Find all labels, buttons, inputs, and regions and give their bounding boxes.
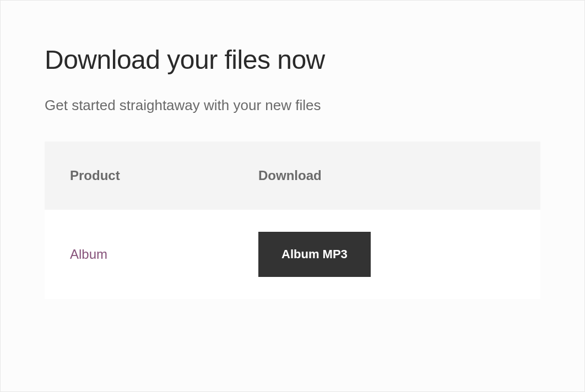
page-subtitle: Get started straightaway with your new f… <box>45 97 540 114</box>
download-panel: Download your files now Get started stra… <box>0 0 585 392</box>
page-title: Download your files now <box>45 45 540 75</box>
downloads-table: Product Download Album Album MP3 <box>45 141 540 299</box>
column-header-download: Download <box>233 141 540 210</box>
table-row: Album Album MP3 <box>45 210 540 299</box>
product-link[interactable]: Album <box>70 247 107 262</box>
column-header-product: Product <box>45 141 233 210</box>
table-header: Product Download <box>45 141 540 210</box>
download-button[interactable]: Album MP3 <box>258 232 371 277</box>
